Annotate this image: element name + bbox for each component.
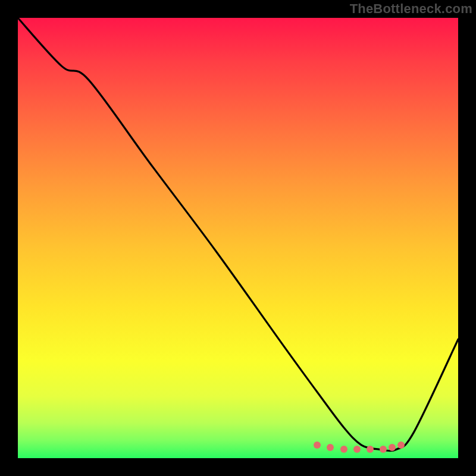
bottleneck-curve [18, 18, 458, 458]
plot-area [18, 18, 458, 458]
chart-frame: TheBottleneck.com [0, 0, 476, 476]
watermark-text: TheBottleneck.com [350, 1, 472, 17]
